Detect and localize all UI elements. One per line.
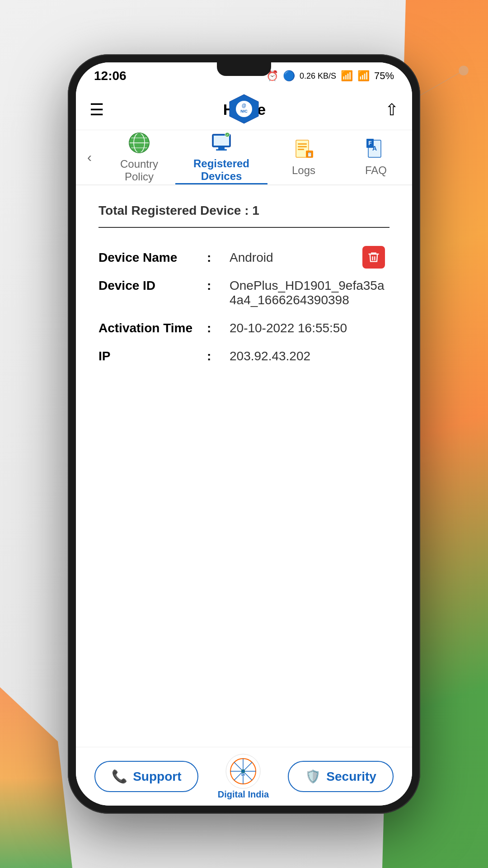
wifi-icon: 📶 [341, 70, 353, 82]
digital-india-label: Digital India [218, 789, 269, 800]
svg-text:F: F [368, 140, 371, 146]
content-divider [99, 227, 389, 228]
device-id-label: Device ID [99, 278, 198, 293]
ip-row: IP : 203.92.43.202 [99, 349, 389, 363]
trash-icon [367, 251, 380, 264]
device-id-colon: : [207, 278, 221, 293]
delete-device-button[interactable] [362, 246, 385, 269]
activation-time-label: Activation Time [99, 321, 198, 335]
country-policy-tab-label: Country Policy [112, 158, 166, 183]
support-label: Support [133, 769, 181, 784]
svg-text:NIC: NIC [240, 109, 248, 113]
registered-devices-tab-label: Registered Devices [184, 157, 258, 183]
svg-text:✓: ✓ [226, 133, 229, 137]
notch [217, 62, 271, 76]
svg-rect-31 [298, 146, 307, 147]
digital-india-logo: DI Digital India [218, 753, 269, 800]
status-icons: ⏰ 🔵 0.26 KB/S 📶 📶 75% [266, 70, 394, 82]
phone-icon: 📞 [112, 769, 127, 784]
support-button[interactable]: 📞 Support [94, 761, 198, 792]
svg-rect-25 [218, 147, 225, 149]
data-speed: 0.26 KB/S [300, 71, 336, 81]
tab-back-button[interactable]: ‹ [76, 135, 103, 180]
svg-point-11 [459, 66, 469, 75]
device-name-label: Device Name [99, 250, 198, 265]
monitor-tab-icon: ✓ [210, 131, 233, 154]
svg-text:📋: 📋 [307, 151, 313, 157]
faq-tab-label: FAQ [365, 164, 387, 177]
logs-tab-label: Logs [292, 164, 315, 177]
device-card: Device Name : Android Device ID : OnePlu… [99, 241, 389, 386]
tab-country-policy[interactable]: Country Policy [103, 130, 175, 184]
bluetooth-icon: 🔵 [283, 70, 295, 82]
phone-frame: 12:06 ⏰ 🔵 0.26 KB/S 📶 📶 75% ☰ Home @ [68, 54, 420, 814]
security-label: Security [326, 769, 376, 784]
top-nav-bar: ☰ Home @ NIC ⇧ [76, 90, 412, 130]
total-devices-label: Total Registered Device : 1 [99, 203, 389, 218]
status-time: 12:06 [94, 69, 127, 83]
hamburger-menu-button[interactable]: ☰ [89, 102, 104, 118]
device-name-row: Device Name : Android [99, 250, 389, 265]
content-area: Total Registered Device : 1 Device Name … [76, 185, 412, 747]
tab-faq[interactable]: A F FAQ [340, 130, 412, 184]
phone-screen: 12:06 ⏰ 🔵 0.26 KB/S 📶 📶 75% ☰ Home @ [76, 62, 412, 806]
signal-icon: 📶 [357, 70, 370, 82]
security-button[interactable]: 🛡️ Security [288, 761, 394, 792]
device-id-row: Device ID : OnePlus_HD1901_9efa35a4a4_16… [99, 278, 389, 307]
svg-text:@: @ [242, 103, 246, 108]
shield-icon: 🛡️ [305, 769, 321, 784]
activation-time-colon: : [207, 321, 221, 335]
logs-tab-icon: 📋 [292, 138, 315, 160]
tab-registered-devices[interactable]: ✓ Registered Devices [175, 130, 267, 184]
globe-tab-icon [128, 132, 150, 154]
svg-text:DI: DI [241, 773, 245, 777]
faq-tab-icon: A F [365, 138, 387, 160]
svg-rect-32 [298, 149, 304, 150]
svg-rect-30 [298, 143, 307, 145]
nic-logo: @ NIC [228, 93, 260, 125]
activation-time-value: 20-10-2022 16:55:50 [230, 321, 389, 335]
ip-colon: : [207, 349, 221, 363]
tab-logs[interactable]: 📋 Logs [267, 130, 340, 184]
tabs-container: ‹ Country Policy [76, 130, 412, 185]
device-id-value: OnePlus_HD1901_9efa35a4a4_1666264390398 [230, 278, 389, 307]
activation-time-row: Activation Time : 20-10-2022 16:55:50 [99, 321, 389, 335]
ip-label: IP [99, 349, 198, 363]
share-button[interactable]: ⇧ [385, 100, 399, 119]
digital-india-icon: DI [225, 753, 261, 789]
ip-value: 203.92.43.202 [230, 349, 389, 363]
svg-rect-26 [216, 149, 227, 151]
device-name-colon: : [207, 250, 221, 265]
bottom-nav: 📞 Support DI [76, 747, 412, 806]
battery-level: 75% [374, 70, 394, 82]
